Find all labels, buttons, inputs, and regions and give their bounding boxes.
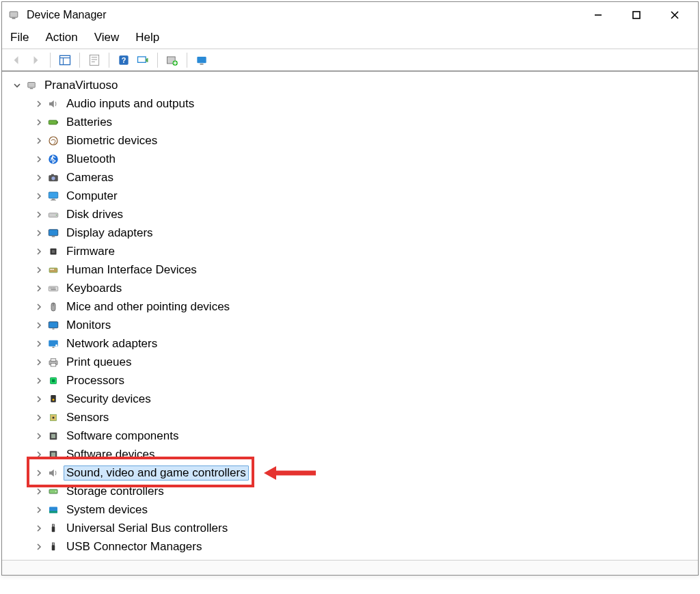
chevron-right-icon[interactable] <box>33 431 44 442</box>
tree-item-label: Cameras <box>64 170 116 185</box>
tree-item[interactable]: Processors <box>8 371 695 390</box>
tree-item-label: USB Connector Managers <box>64 539 204 554</box>
tree-item[interactable]: Network adapters <box>8 334 695 353</box>
update-driver-button[interactable] <box>193 51 211 69</box>
tree-item[interactable]: Storage controllers <box>8 482 695 500</box>
tree-item[interactable]: System devices <box>8 500 695 519</box>
computer-icon <box>24 79 39 92</box>
svg-rect-64 <box>138 57 146 62</box>
help-button[interactable]: ? <box>115 51 133 69</box>
back-button[interactable] <box>8 51 25 69</box>
chevron-right-icon[interactable] <box>33 338 44 349</box>
menu-file[interactable]: File <box>10 31 29 44</box>
separator <box>187 53 187 68</box>
tree-item[interactable]: Sound, video and game controllers <box>8 463 695 482</box>
tree-item[interactable]: Computer <box>8 187 695 205</box>
menu-help[interactable]: Help <box>135 31 159 44</box>
tree-item[interactable]: Disk drives <box>8 205 695 224</box>
chip-icon <box>46 245 61 258</box>
chevron-right-icon[interactable] <box>33 541 44 552</box>
chevron-right-icon[interactable] <box>33 283 44 294</box>
tree-item[interactable]: Software components <box>8 427 695 445</box>
tree-item-label: Firmware <box>64 244 118 259</box>
chevron-right-icon[interactable] <box>33 98 44 109</box>
scan-hardware-button[interactable] <box>134 51 152 69</box>
chevron-right-icon[interactable] <box>33 191 44 202</box>
chevron-right-icon[interactable] <box>33 357 44 368</box>
chevron-right-icon[interactable] <box>33 301 44 312</box>
hid-icon <box>46 263 61 277</box>
computer-icon <box>46 189 61 203</box>
chevron-right-icon[interactable] <box>33 523 44 534</box>
chevron-right-icon[interactable] <box>33 154 44 165</box>
tree-item[interactable]: Bluetooth <box>8 150 695 168</box>
add-legacy-hardware-button[interactable] <box>163 51 181 69</box>
tree-item[interactable]: Display adapters <box>8 224 695 242</box>
tree-item[interactable]: Audio inputs and outputs <box>8 94 695 113</box>
tree-item[interactable]: Firmware <box>8 242 695 260</box>
forward-button[interactable] <box>27 51 44 69</box>
tree-item-label: Computer <box>64 189 120 204</box>
maximize-button[interactable] <box>617 2 656 28</box>
show-hide-tree-button[interactable] <box>56 51 74 69</box>
tree-item-label: Audio inputs and outputs <box>64 96 197 111</box>
chevron-right-icon[interactable] <box>33 449 44 460</box>
tree-item-label: Network adapters <box>64 336 160 351</box>
software-icon <box>46 448 61 461</box>
tree-item-label: Bluetooth <box>64 152 118 167</box>
chevron-right-icon[interactable] <box>33 117 44 128</box>
tree-item[interactable]: Monitors <box>8 316 695 334</box>
chevron-right-icon[interactable] <box>33 209 44 220</box>
tree-item-label: Disk drives <box>64 207 126 222</box>
tree-item-label: Display adapters <box>64 226 156 241</box>
menu-action[interactable]: Action <box>45 31 77 44</box>
tree-item-label: Human Interface Devices <box>64 262 200 278</box>
chevron-right-icon[interactable] <box>33 375 44 386</box>
tree-item[interactable]: Mice and other pointing devices <box>8 297 695 316</box>
monitor-icon <box>46 319 61 332</box>
tree-item[interactable]: Security devices <box>8 390 695 408</box>
separator <box>79 53 80 68</box>
tree-item[interactable]: Cameras <box>8 168 695 187</box>
chevron-right-icon[interactable] <box>33 265 44 275</box>
separator <box>157 53 158 68</box>
toolbar: ? <box>2 49 698 72</box>
minimize-button[interactable] <box>579 2 617 28</box>
chevron-right-icon[interactable] <box>33 486 44 497</box>
disk-icon <box>46 208 61 221</box>
menu-view[interactable]: View <box>94 31 120 44</box>
svg-rect-68 <box>200 64 204 65</box>
menubar: File Action View Help <box>2 28 698 49</box>
tree-root[interactable]: PranaVirtuoso <box>8 76 695 94</box>
usb-icon <box>46 522 61 535</box>
chevron-right-icon[interactable] <box>33 394 44 405</box>
tree-item[interactable]: USB Connector Managers <box>8 537 695 556</box>
chevron-right-icon[interactable] <box>33 320 44 331</box>
chevron-right-icon[interactable] <box>33 172 44 183</box>
printer-icon <box>46 355 61 369</box>
tree-item[interactable]: Keyboards <box>8 279 695 297</box>
keyboard-icon <box>46 282 61 295</box>
chevron-down-icon[interactable] <box>12 80 23 91</box>
bluetooth-icon <box>46 152 61 166</box>
chevron-right-icon[interactable] <box>33 135 44 146</box>
tree-item[interactable]: Universal Serial Bus controllers <box>8 519 695 537</box>
device-tree[interactable]: PranaVirtuoso Audio inputs and outputsBa… <box>2 72 698 560</box>
tree-item[interactable]: Software devices <box>8 445 695 463</box>
tree-item-label: Storage controllers <box>64 484 167 499</box>
chevron-right-icon[interactable] <box>33 504 44 515</box>
chevron-right-icon[interactable] <box>33 246 44 257</box>
tree-item[interactable]: Print queues <box>8 353 695 371</box>
tree-item[interactable]: Batteries <box>8 113 695 131</box>
close-button[interactable] <box>656 2 694 28</box>
tree-item[interactable]: Sensors <box>8 408 695 427</box>
tree-item[interactable]: Biometric devices <box>8 131 695 150</box>
statusbar <box>2 560 698 575</box>
chevron-right-icon[interactable] <box>33 412 44 423</box>
properties-button[interactable] <box>85 51 103 69</box>
tree-item[interactable]: Human Interface Devices <box>8 260 695 279</box>
chevron-right-icon[interactable] <box>33 228 44 239</box>
tree-item-label: Batteries <box>64 115 115 130</box>
chevron-right-icon[interactable] <box>33 468 44 478</box>
tree-item-label: Security devices <box>64 392 154 407</box>
